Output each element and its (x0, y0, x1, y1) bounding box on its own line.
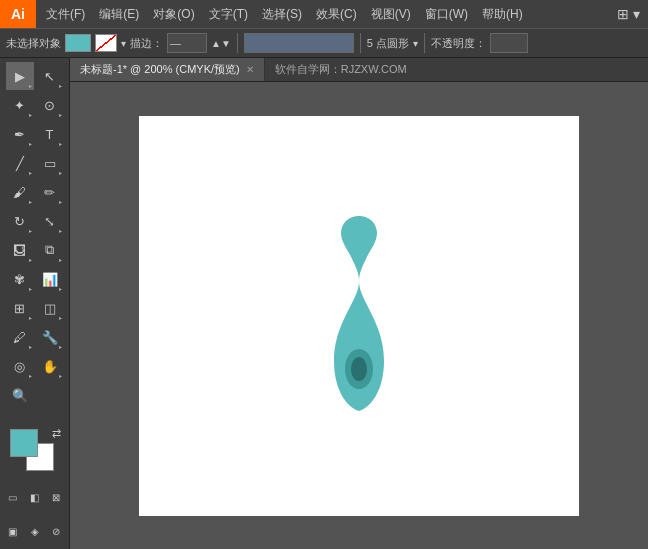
points-dropdown-arrow[interactable]: ▾ (413, 38, 418, 49)
tool-row-slice: ◎▸ ✋▸ (0, 352, 69, 380)
svg-point-1 (351, 357, 367, 381)
stroke-color-swatch[interactable] (95, 34, 117, 52)
tool-row-line: ╱▸ ▭▸ (0, 149, 69, 177)
bottle-svg (319, 211, 399, 421)
tool-row-zoom: 🔍 (0, 381, 69, 409)
tool-rect[interactable]: ▭▸ (36, 149, 64, 177)
tool-quick-mask[interactable]: ◧ (26, 483, 44, 511)
tab-url-display: 软件自学网：RJZXW.COM (265, 58, 417, 81)
stroke-label: 描边： (130, 36, 163, 51)
artboard (139, 116, 579, 516)
app-logo: Ai (0, 0, 36, 28)
tool-paintbrush[interactable]: 🖌▸ (6, 178, 34, 206)
opacity-label: 不透明度： (431, 36, 486, 51)
menu-help[interactable]: 帮助(H) (476, 4, 529, 25)
tool-row-pen2: ✒▸ T▸ (0, 120, 69, 148)
tool-measure[interactable]: 🔧▸ (36, 323, 64, 351)
tool-rotate[interactable]: ↻▸ (6, 207, 34, 235)
swap-colors-icon[interactable]: ⇄ (52, 427, 61, 440)
tool-symbol[interactable]: ✾▸ (6, 265, 34, 293)
tool-row-eyedrop: 🖊▸ 🔧▸ (0, 323, 69, 351)
tabbar: 未标题-1* @ 200% (CMYK/预览) ✕ 软件自学网：RJZXW.CO… (70, 58, 648, 82)
canvas-area: 未标题-1* @ 200% (CMYK/预览) ✕ 软件自学网：RJZXW.CO… (70, 58, 648, 549)
menu-text[interactable]: 文字(T) (203, 4, 254, 25)
stroke-width-input[interactable] (167, 33, 207, 53)
stroke-arrow: ▾ (121, 38, 126, 49)
stroke-dropdown-arrow[interactable]: ▲▼ (211, 38, 231, 49)
tool-extra-3[interactable]: ⊘ (47, 517, 65, 545)
object-status-label: 未选择对象 (6, 36, 61, 51)
tool-row-blend: ✾▸ 📊▸ (0, 265, 69, 293)
toolbar-extra-icons: ▣ ◈ ⊘ (0, 515, 69, 549)
tool-row-mesh: ⊞▸ ◫▸ (0, 294, 69, 322)
tool-column-graph[interactable]: 📊▸ (36, 265, 64, 293)
tool-pencil[interactable]: ✏▸ (36, 178, 64, 206)
divider-3 (424, 33, 425, 53)
tool-hand[interactable]: ✋▸ (36, 352, 64, 380)
tool-row-rotate: ↻▸ ⤡▸ (0, 207, 69, 235)
tool-type[interactable]: T▸ (36, 120, 64, 148)
foreground-color-swatch[interactable] (10, 429, 38, 457)
menu-window[interactable]: 窗口(W) (419, 4, 474, 25)
tool-zoom[interactable]: 🔍 (6, 381, 34, 409)
tool-eyedropper[interactable]: 🖊▸ (6, 323, 34, 351)
tool-select[interactable]: ▶▸ (6, 62, 34, 90)
tool-lasso[interactable]: ⊙▸ (36, 91, 64, 119)
menu-edit[interactable]: 编辑(E) (93, 4, 145, 25)
tool-pen[interactable]: ✒▸ (6, 120, 34, 148)
tool-warp[interactable]: ⛾▸ (6, 236, 34, 264)
tool-mesh[interactable]: ⊞▸ (6, 294, 34, 322)
tool-scale[interactable]: ⤡▸ (36, 207, 64, 235)
tool-row-warp: ⛾▸ ⧉▸ (0, 236, 69, 264)
tool-row-pen: ✦▸ ⊙▸ (0, 91, 69, 119)
divider-1 (237, 33, 238, 53)
tool-extra-1[interactable]: ▣ (4, 517, 22, 545)
tab-title: 未标题-1* @ 200% (CMYK/预览) (80, 62, 240, 77)
canvas[interactable] (70, 82, 648, 549)
menu-effect[interactable]: 效果(C) (310, 4, 363, 25)
tab-close-button[interactable]: ✕ (246, 64, 254, 75)
tool-line[interactable]: ╱▸ (6, 149, 34, 177)
points-label: 5 点圆形 (367, 36, 409, 51)
tool-direct-select[interactable]: ↖▸ (36, 62, 64, 90)
style-select[interactable] (244, 33, 354, 53)
tool-free-transform[interactable]: ⧉▸ (36, 236, 64, 264)
tool-row-brush: 🖌▸ ✏▸ (0, 178, 69, 206)
main-area: ▶▸ ↖▸ ✦▸ ⊙▸ ✒▸ T▸ ╱▸ ▭▸ 🖌▸ ✏▸ ↻▸ ⤡▸ ⛾▸ ⧉… (0, 58, 648, 549)
tool-hand2[interactable] (36, 381, 64, 409)
menu-object[interactable]: 对象(O) (147, 4, 200, 25)
document-tab[interactable]: 未标题-1* @ 200% (CMYK/预览) ✕ (70, 58, 265, 81)
menubar: Ai 文件(F) 编辑(E) 对象(O) 文字(T) 选择(S) 效果(C) 视… (0, 0, 648, 28)
tool-row-select: ▶▸ ↖▸ (0, 62, 69, 90)
tool-blend[interactable]: ◎▸ (6, 352, 34, 380)
opacity-input[interactable]: 100% (490, 33, 528, 53)
optionsbar: 未选择对象 ▾ 描边： ▲▼ 5 点圆形 ▾ 不透明度： 100% (0, 28, 648, 58)
menu-select[interactable]: 选择(S) (256, 4, 308, 25)
bottle-object[interactable] (319, 211, 399, 421)
tool-magic-wand[interactable]: ✦▸ (6, 91, 34, 119)
toolbar: ▶▸ ↖▸ ✦▸ ⊙▸ ✒▸ T▸ ╱▸ ▭▸ 🖌▸ ✏▸ ↻▸ ⤡▸ ⛾▸ ⧉… (0, 58, 70, 549)
tool-screen-mode[interactable]: ⊠ (47, 483, 65, 511)
menu-view[interactable]: 视图(V) (365, 4, 417, 25)
toolbar-mode-icons: ▭ ◧ ⊠ (0, 481, 69, 515)
divider-2 (360, 33, 361, 53)
tool-normal-mode[interactable]: ▭ (4, 483, 22, 511)
fill-color-swatch[interactable] (65, 34, 91, 52)
menu-file[interactable]: 文件(F) (40, 4, 91, 25)
menu-items: 文件(F) 编辑(E) 对象(O) 文字(T) 选择(S) 效果(C) 视图(V… (36, 4, 617, 25)
toolbar-colors: ⇄ (0, 421, 69, 481)
grid-layout-icon[interactable]: ⊞ ▾ (617, 6, 640, 22)
tool-extra-2[interactable]: ◈ (26, 517, 44, 545)
tool-gradient[interactable]: ◫▸ (36, 294, 64, 322)
